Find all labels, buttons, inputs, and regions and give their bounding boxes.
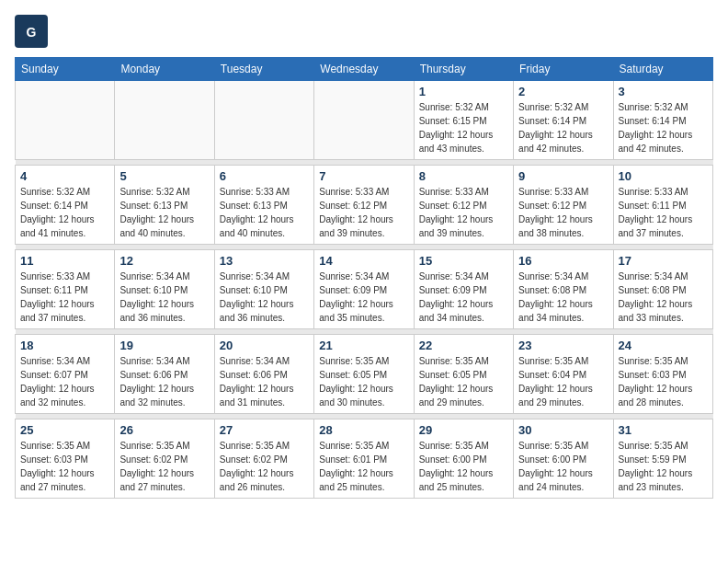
day-number: 21 bbox=[319, 339, 408, 352]
calendar-cell: 2Sunrise: 5:32 AM Sunset: 6:14 PM Daylig… bbox=[514, 81, 613, 160]
calendar-cell: 22Sunrise: 5:35 AM Sunset: 6:05 PM Dayli… bbox=[414, 335, 513, 414]
day-info: Sunrise: 5:35 AM Sunset: 5:59 PM Dayligh… bbox=[619, 439, 708, 494]
day-number: 18 bbox=[20, 339, 109, 352]
day-number: 27 bbox=[220, 423, 309, 437]
weekday-header: Saturday bbox=[613, 58, 712, 81]
calendar-week-row: 11Sunrise: 5:33 AM Sunset: 6:11 PM Dayli… bbox=[16, 250, 713, 329]
calendar-week-row: 4Sunrise: 5:32 AM Sunset: 6:14 PM Daylig… bbox=[16, 166, 713, 245]
day-number: 31 bbox=[619, 423, 708, 437]
calendar-cell: 14Sunrise: 5:34 AM Sunset: 6:09 PM Dayli… bbox=[314, 250, 414, 329]
calendar-cell: 5Sunrise: 5:32 AM Sunset: 6:13 PM Daylig… bbox=[115, 166, 214, 245]
day-info: Sunrise: 5:35 AM Sunset: 6:05 PM Dayligh… bbox=[419, 354, 508, 409]
calendar-table: SundayMondayTuesdayWednesdayThursdayFrid… bbox=[15, 57, 713, 499]
calendar-cell: 27Sunrise: 5:35 AM Sunset: 6:02 PM Dayli… bbox=[214, 419, 313, 499]
day-info: Sunrise: 5:34 AM Sunset: 6:06 PM Dayligh… bbox=[220, 354, 309, 409]
day-info: Sunrise: 5:35 AM Sunset: 6:02 PM Dayligh… bbox=[220, 439, 309, 494]
day-number: 3 bbox=[619, 85, 708, 98]
weekday-header: Wednesday bbox=[314, 58, 414, 81]
day-number: 14 bbox=[319, 254, 408, 268]
day-info: Sunrise: 5:32 AM Sunset: 6:14 PM Dayligh… bbox=[20, 185, 109, 240]
day-number: 26 bbox=[119, 423, 209, 437]
day-info: Sunrise: 5:33 AM Sunset: 6:12 PM Dayligh… bbox=[419, 185, 508, 240]
day-info: Sunrise: 5:33 AM Sunset: 6:11 PM Dayligh… bbox=[619, 185, 708, 240]
logo: G bbox=[15, 15, 51, 48]
svg-text:G: G bbox=[27, 25, 37, 40]
calendar-cell bbox=[16, 81, 115, 160]
calendar-cell: 13Sunrise: 5:34 AM Sunset: 6:10 PM Dayli… bbox=[214, 250, 313, 329]
calendar-cell: 23Sunrise: 5:35 AM Sunset: 6:04 PM Dayli… bbox=[514, 335, 613, 414]
calendar-cell: 19Sunrise: 5:34 AM Sunset: 6:06 PM Dayli… bbox=[115, 335, 214, 414]
day-number: 12 bbox=[119, 254, 209, 268]
calendar-cell: 7Sunrise: 5:33 AM Sunset: 6:12 PM Daylig… bbox=[314, 166, 414, 245]
day-info: Sunrise: 5:32 AM Sunset: 6:15 PM Dayligh… bbox=[419, 100, 508, 155]
day-info: Sunrise: 5:35 AM Sunset: 6:03 PM Dayligh… bbox=[20, 439, 109, 494]
day-info: Sunrise: 5:34 AM Sunset: 6:06 PM Dayligh… bbox=[119, 354, 209, 409]
day-info: Sunrise: 5:34 AM Sunset: 6:08 PM Dayligh… bbox=[518, 270, 608, 325]
day-number: 8 bbox=[419, 169, 508, 183]
day-number: 13 bbox=[220, 254, 309, 268]
calendar-header-row: SundayMondayTuesdayWednesdayThursdayFrid… bbox=[16, 58, 713, 81]
day-info: Sunrise: 5:35 AM Sunset: 6:00 PM Dayligh… bbox=[518, 439, 608, 494]
calendar-cell: 24Sunrise: 5:35 AM Sunset: 6:03 PM Dayli… bbox=[613, 335, 712, 414]
calendar-cell: 15Sunrise: 5:34 AM Sunset: 6:09 PM Dayli… bbox=[414, 250, 513, 329]
calendar-week-row: 1Sunrise: 5:32 AM Sunset: 6:15 PM Daylig… bbox=[16, 81, 713, 160]
day-number: 9 bbox=[518, 169, 608, 183]
calendar-body: 1Sunrise: 5:32 AM Sunset: 6:15 PM Daylig… bbox=[16, 81, 713, 499]
day-info: Sunrise: 5:34 AM Sunset: 6:08 PM Dayligh… bbox=[619, 270, 708, 325]
day-number: 22 bbox=[419, 339, 508, 352]
calendar-cell: 17Sunrise: 5:34 AM Sunset: 6:08 PM Dayli… bbox=[613, 250, 712, 329]
calendar-cell: 25Sunrise: 5:35 AM Sunset: 6:03 PM Dayli… bbox=[16, 419, 115, 499]
day-number: 19 bbox=[119, 339, 209, 352]
day-info: Sunrise: 5:32 AM Sunset: 6:14 PM Dayligh… bbox=[518, 100, 608, 155]
day-info: Sunrise: 5:35 AM Sunset: 6:03 PM Dayligh… bbox=[619, 354, 708, 409]
calendar-cell: 11Sunrise: 5:33 AM Sunset: 6:11 PM Dayli… bbox=[16, 250, 115, 329]
calendar-cell: 12Sunrise: 5:34 AM Sunset: 6:10 PM Dayli… bbox=[115, 250, 214, 329]
calendar-cell: 21Sunrise: 5:35 AM Sunset: 6:05 PM Dayli… bbox=[314, 335, 414, 414]
day-number: 11 bbox=[20, 254, 109, 268]
day-number: 29 bbox=[419, 423, 508, 437]
day-info: Sunrise: 5:33 AM Sunset: 6:13 PM Dayligh… bbox=[220, 185, 309, 240]
calendar-cell bbox=[314, 81, 414, 160]
day-info: Sunrise: 5:34 AM Sunset: 6:09 PM Dayligh… bbox=[319, 270, 408, 325]
weekday-header: Monday bbox=[115, 58, 214, 81]
calendar-cell bbox=[214, 81, 313, 160]
day-info: Sunrise: 5:35 AM Sunset: 6:00 PM Dayligh… bbox=[419, 439, 508, 494]
calendar-cell: 18Sunrise: 5:34 AM Sunset: 6:07 PM Dayli… bbox=[16, 335, 115, 414]
day-info: Sunrise: 5:32 AM Sunset: 6:13 PM Dayligh… bbox=[119, 185, 209, 240]
weekday-header: Tuesday bbox=[214, 58, 313, 81]
calendar-week-row: 18Sunrise: 5:34 AM Sunset: 6:07 PM Dayli… bbox=[16, 335, 713, 414]
calendar-cell: 30Sunrise: 5:35 AM Sunset: 6:00 PM Dayli… bbox=[514, 419, 613, 499]
day-info: Sunrise: 5:35 AM Sunset: 6:02 PM Dayligh… bbox=[119, 439, 209, 494]
header: G bbox=[15, 15, 713, 48]
calendar-cell: 28Sunrise: 5:35 AM Sunset: 6:01 PM Dayli… bbox=[314, 419, 414, 499]
day-number: 30 bbox=[518, 423, 608, 437]
day-number: 10 bbox=[619, 169, 708, 183]
day-info: Sunrise: 5:34 AM Sunset: 6:10 PM Dayligh… bbox=[119, 270, 209, 325]
day-info: Sunrise: 5:35 AM Sunset: 6:05 PM Dayligh… bbox=[319, 354, 408, 409]
day-info: Sunrise: 5:32 AM Sunset: 6:14 PM Dayligh… bbox=[619, 100, 708, 155]
day-info: Sunrise: 5:35 AM Sunset: 6:01 PM Dayligh… bbox=[319, 439, 408, 494]
day-number: 6 bbox=[220, 169, 309, 183]
calendar-cell: 1Sunrise: 5:32 AM Sunset: 6:15 PM Daylig… bbox=[414, 81, 513, 160]
day-number: 25 bbox=[20, 423, 109, 437]
day-number: 23 bbox=[518, 339, 608, 352]
day-number: 1 bbox=[419, 85, 508, 98]
calendar-cell: 6Sunrise: 5:33 AM Sunset: 6:13 PM Daylig… bbox=[214, 166, 313, 245]
day-info: Sunrise: 5:34 AM Sunset: 6:07 PM Dayligh… bbox=[20, 354, 109, 409]
calendar-cell: 3Sunrise: 5:32 AM Sunset: 6:14 PM Daylig… bbox=[613, 81, 712, 160]
day-number: 28 bbox=[319, 423, 408, 437]
day-number: 20 bbox=[220, 339, 309, 352]
day-info: Sunrise: 5:34 AM Sunset: 6:10 PM Dayligh… bbox=[220, 270, 309, 325]
weekday-header: Thursday bbox=[414, 58, 513, 81]
calendar-cell: 4Sunrise: 5:32 AM Sunset: 6:14 PM Daylig… bbox=[16, 166, 115, 245]
calendar-cell: 29Sunrise: 5:35 AM Sunset: 6:00 PM Dayli… bbox=[414, 419, 513, 499]
day-number: 16 bbox=[518, 254, 608, 268]
calendar-week-row: 25Sunrise: 5:35 AM Sunset: 6:03 PM Dayli… bbox=[16, 419, 713, 499]
calendar-cell: 10Sunrise: 5:33 AM Sunset: 6:11 PM Dayli… bbox=[613, 166, 712, 245]
day-number: 24 bbox=[619, 339, 708, 352]
calendar-cell: 20Sunrise: 5:34 AM Sunset: 6:06 PM Dayli… bbox=[214, 335, 313, 414]
calendar-cell: 9Sunrise: 5:33 AM Sunset: 6:12 PM Daylig… bbox=[514, 166, 613, 245]
calendar-cell: 8Sunrise: 5:33 AM Sunset: 6:12 PM Daylig… bbox=[414, 166, 513, 245]
day-number: 7 bbox=[319, 169, 408, 183]
calendar-cell: 31Sunrise: 5:35 AM Sunset: 5:59 PM Dayli… bbox=[613, 419, 712, 499]
